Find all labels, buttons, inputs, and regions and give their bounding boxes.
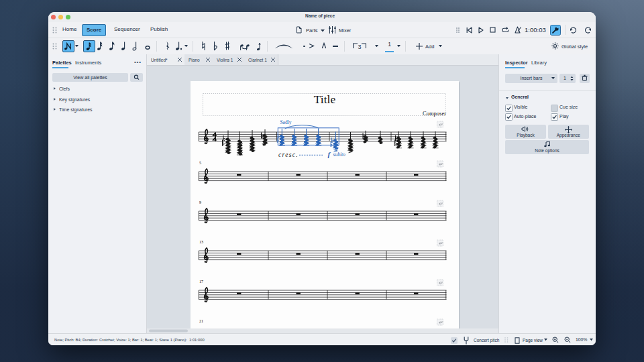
svg-text:Title: Title xyxy=(314,93,336,106)
svg-text:21: 21 xyxy=(199,319,203,323)
svg-text:Composer: Composer xyxy=(423,110,446,117)
svg-text:subito: subito xyxy=(333,152,346,158)
svg-text:13: 13 xyxy=(199,240,203,244)
svg-text:5: 5 xyxy=(199,161,201,165)
svg-text:3: 3 xyxy=(358,44,361,50)
svg-text:Sadly: Sadly xyxy=(280,119,291,125)
svg-text:9: 9 xyxy=(199,200,201,204)
svg-text:17: 17 xyxy=(199,280,203,284)
svg-text:cresc.: cresc. xyxy=(278,152,299,158)
